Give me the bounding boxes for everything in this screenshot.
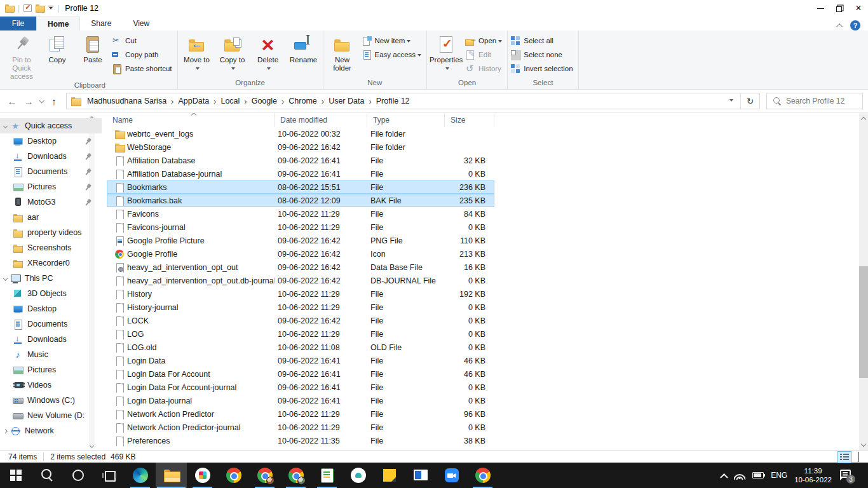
sidebar-item-windows-c-[interactable]: Windows (C:) [0, 393, 102, 408]
file-row[interactable]: Login Data09-06-2022 16:41File46 KB [107, 354, 494, 367]
forward-button[interactable]: → [20, 93, 37, 109]
up-button[interactable]: ↑ [46, 93, 62, 109]
file-row[interactable]: Login Data For Account09-06-2022 16:41Fi… [107, 367, 494, 381]
file-row[interactable]: Network Action Predictor-journal10-06-20… [107, 421, 494, 434]
action-center-icon[interactable]: 3 [839, 467, 855, 484]
select-all-button[interactable]: Select all [509, 34, 576, 48]
sidebar-item-3d-objects[interactable]: 3D Objects [0, 286, 102, 301]
address-dropdown-icon[interactable] [722, 93, 740, 109]
minimize-button[interactable] [811, 0, 830, 17]
hidden-icons-chevron-icon[interactable] [720, 473, 728, 481]
select-none-button[interactable]: Select none [509, 48, 576, 62]
zoom-app[interactable] [436, 463, 467, 488]
breadcrumb-item[interactable]: Google [249, 97, 280, 105]
paste-shortcut-button[interactable]: Paste shortcut [111, 62, 176, 76]
file-row[interactable]: Preferences10-06-2022 11:35File38 KB [107, 434, 494, 447]
restore-button[interactable] [830, 0, 849, 17]
file-row[interactable]: WebStorage09-06-2022 16:42File folder [107, 140, 494, 154]
scroll-down-icon[interactable] [90, 444, 94, 449]
cortana-button[interactable] [62, 463, 93, 488]
thumbnail-view-button[interactable] [851, 451, 865, 463]
breadcrumb[interactable]: Madhusudhana Sarisa›AppData›Local›Google… [66, 93, 760, 109]
column-header-size[interactable]: Size [445, 113, 494, 127]
file-row[interactable]: Network Action Predictor10-06-2022 11:29… [107, 407, 494, 421]
chrome-2-app[interactable] [467, 463, 498, 488]
language-indicator[interactable]: ENG [771, 471, 787, 480]
pin-to-quick-access-button[interactable]: Pin to Quick access [4, 32, 39, 81]
sidebar-item-documents[interactable]: Documents [0, 164, 102, 179]
cut-button[interactable]: Cut [111, 34, 176, 48]
details-view-button[interactable] [837, 451, 851, 463]
qat-customize-icon[interactable] [48, 6, 53, 11]
tab-file[interactable]: File [0, 17, 36, 30]
sidebar-section-this-pc[interactable]: This PC [0, 271, 102, 286]
wifi-icon[interactable] [734, 471, 745, 480]
delete-button[interactable]: ×Delete [250, 32, 286, 69]
scroll-up-icon[interactable] [861, 116, 866, 121]
sidebar-item-screenshots[interactable]: Screenshots [0, 240, 102, 255]
start-button[interactable] [0, 463, 31, 488]
column-header-date-modified[interactable]: Date modified [275, 113, 367, 127]
sidebar-item-aar[interactable]: aar [0, 210, 102, 225]
refresh-icon[interactable]: ↻ [740, 93, 759, 109]
sidebar-section-quick-access[interactable]: Quick access [0, 118, 102, 133]
breadcrumb-item[interactable]: Madhusudhana Sarisa [85, 97, 169, 105]
file-row[interactable]: heavy_ad_intervention_opt_out.db-journal… [107, 274, 494, 287]
file-row[interactable]: Login Data For Account-journal09-06-2022… [107, 381, 494, 394]
sidebar-item-pictures[interactable]: Pictures [0, 179, 102, 194]
invert-selection-button[interactable]: Invert selection [509, 62, 576, 76]
sidebar-item-documents[interactable]: Documents [0, 316, 102, 332]
help-icon[interactable]: ? [850, 20, 860, 30]
taskbar-search-button[interactable] [31, 463, 62, 488]
open-button[interactable]: Open [464, 34, 506, 48]
tab-share[interactable]: Share [80, 17, 122, 30]
sticky-notes-app[interactable] [374, 463, 405, 488]
file-row[interactable]: LOG.old10-06-2022 11:08OLD File0 KB [107, 341, 494, 354]
qat-new-folder-icon[interactable] [36, 4, 44, 12]
qat-properties-icon[interactable] [24, 4, 32, 12]
collapse-ribbon-icon[interactable] [836, 23, 843, 29]
file-row[interactable]: Login Data-journal09-06-2022 16:41File0 … [107, 394, 494, 407]
new-folder-button[interactable]: New folder [325, 32, 360, 72]
scrollbar-thumb[interactable] [859, 266, 868, 378]
file-row[interactable]: Google Profile Picture09-06-2022 16:42PN… [107, 234, 494, 247]
file-row[interactable]: History-journal10-06-2022 11:29File0 KB [107, 301, 494, 314]
column-header-type[interactable]: Type [367, 113, 445, 127]
chrome-profile-1-app[interactable] [249, 463, 280, 488]
sidebar-item-downloads[interactable]: Downloads [0, 149, 102, 164]
slack-app[interactable] [187, 463, 218, 488]
recent-locations-icon[interactable] [37, 99, 46, 103]
file-row[interactable]: Affiliation Database-journal09-06-2022 1… [107, 167, 494, 180]
task-view-button[interactable] [93, 463, 125, 488]
column-header-name[interactable]: Name [107, 113, 275, 127]
android-studio-app[interactable] [342, 463, 374, 488]
breadcrumb-item[interactable]: Local [218, 97, 242, 105]
qat-folder-icon[interactable] [5, 4, 14, 12]
back-button[interactable]: ← [4, 93, 20, 109]
sidebar-item-motog3[interactable]: MotoG3 [0, 194, 102, 210]
breadcrumb-item[interactable]: Chrome [286, 97, 319, 105]
battery-icon[interactable] [752, 472, 764, 478]
sidebar-section-network[interactable]: Network [0, 423, 102, 438]
breadcrumb-item[interactable]: Profile 12 [374, 97, 412, 105]
edge-app[interactable] [125, 463, 156, 488]
sidebar-item-desktop[interactable]: Desktop [0, 301, 102, 316]
tab-view[interactable]: View [122, 17, 160, 30]
sidebar-item-pictures[interactable]: Pictures [0, 362, 102, 377]
window-app[interactable] [405, 463, 436, 488]
tab-home[interactable]: Home [36, 17, 80, 30]
file-row[interactable]: Favicons10-06-2022 11:29File84 KB [107, 207, 494, 220]
expander-icon[interactable] [0, 277, 10, 280]
move-to-button[interactable]: ←Move to [179, 32, 215, 69]
file-explorer-app[interactable] [156, 463, 187, 488]
sidebar-item-property-videos[interactable]: property videos [0, 225, 102, 240]
rename-button[interactable]: Rename [286, 32, 322, 64]
close-button[interactable]: × [849, 0, 868, 17]
file-row[interactable]: Bookmarks.bak08-06-2022 12:09BAK File235… [107, 194, 494, 207]
sidebar-item-videos[interactable]: Videos [0, 377, 102, 393]
chrome-profile-2-app[interactable] [280, 463, 311, 488]
file-row[interactable]: LOCK09-06-2022 16:42File0 KB [107, 314, 494, 327]
chrome-app[interactable] [218, 463, 249, 488]
easy-access-button[interactable]: Easy access [360, 48, 426, 62]
edit-button[interactable]: Edit [464, 48, 506, 62]
